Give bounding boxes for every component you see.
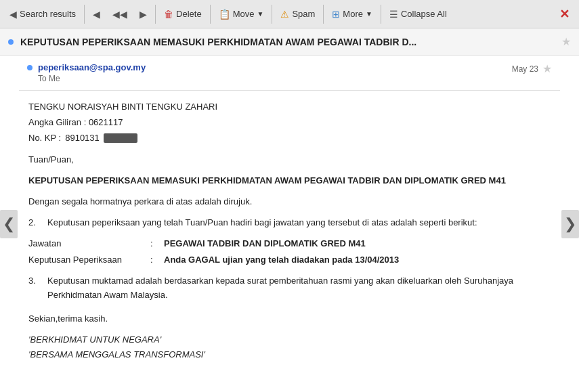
sender-email: peperiksaan@spa.gov.my (38, 62, 507, 72)
back-arrow-icon: ◀ (9, 9, 17, 20)
jawatan-label: Jawatan (28, 237, 150, 251)
intro-para: Dengan segala hormatnya perkara di atas … (28, 195, 551, 209)
back-label: Search results (20, 9, 76, 19)
separator-3 (210, 5, 211, 24)
separator-2 (155, 5, 156, 24)
first-icon: ◀◀ (112, 9, 127, 20)
to-line: To Me (38, 74, 507, 83)
angka-label: Angka Giliran : (28, 117, 86, 127)
close-icon: ✕ (559, 7, 570, 21)
keputusan-value: Anda GAGAL ujian yang telah diadakan pad… (164, 253, 399, 267)
collapse-icon: ☰ (389, 9, 398, 20)
sekian: Sekian,terima kasih. (28, 312, 551, 326)
sender-info: peperiksaan@spa.gov.my To Me (38, 62, 507, 83)
main-area: ❮ peperiksaan@spa.gov.my To Me May 23 ★ … (0, 56, 579, 392)
para-3-num: 3. (28, 274, 42, 303)
keputusan-row: Keputusan Peperiksaan : Anda GAGAL ujian… (28, 253, 551, 267)
spam-button[interactable]: ⚠ Spam (275, 6, 320, 22)
email-heading: KEPUTUSAN PEPERIKSAAN MEMASUKI PERKHIDMA… (28, 174, 551, 188)
delete-icon: 🗑 (164, 9, 173, 20)
separator-4 (272, 5, 272, 24)
prev-email-button[interactable]: ❮ (0, 210, 18, 238)
delete-label: Delete (176, 9, 202, 19)
unread-dot (8, 39, 14, 45)
jawatan-row: Jawatan : PEGAWAI TADBIR DAN DIPLOMATIK … (28, 237, 551, 251)
next-button[interactable]: ▶ (134, 6, 152, 22)
jawatan-value: PEGAWAI TADBIR DAN DIPLOMATIK GRED M41 (164, 237, 366, 251)
slogan-2: 'BERSAMA MENGGALAS TRANSFORMASI' (28, 348, 551, 362)
date-star: May 23 ★ (512, 62, 552, 75)
angka-value: 0621117 (89, 117, 123, 127)
more-dropdown-icon: ▼ (366, 10, 372, 18)
spam-icon: ⚠ (280, 9, 289, 20)
email-content: peperiksaan@spa.gov.my To Me May 23 ★ TE… (19, 56, 560, 392)
more-label: More (343, 9, 363, 19)
toolbar: ◀ Search results ◀ ◀◀ ▶ 🗑 Delete 📋 Move … (0, 0, 579, 28)
separator-5 (323, 5, 324, 24)
email-header: peperiksaan@spa.gov.my To Me May 23 ★ (19, 56, 560, 91)
collapse-all-label: Collapse All (401, 9, 447, 19)
back-button[interactable]: ◀ Search results (4, 6, 81, 22)
keputusan-label: Keputusan Peperiksaan (28, 253, 150, 267)
nokp-value: 8910131 (65, 131, 100, 146)
more-icon: ⊞ (332, 9, 340, 20)
move-dropdown-icon: ▼ (257, 10, 263, 18)
close-button[interactable]: ✕ (554, 4, 575, 24)
next-icon: ▶ (140, 9, 147, 20)
collapse-all-button[interactable]: ☰ Collapse All (384, 6, 452, 22)
jawatan-colon: : (150, 237, 164, 251)
no-kp: No. KP : 8910131 (28, 131, 551, 146)
tuan-puan: Tuan/Puan, (28, 153, 551, 167)
right-arrow-icon: ❯ (564, 215, 576, 232)
keputusan-colon: : (150, 253, 164, 267)
first-button[interactable]: ◀◀ (107, 6, 133, 22)
email-subject: KEPUTUSAN PEPERIKSAAN MEMASUKI PERKHIDMA… (20, 37, 561, 47)
next-email-button[interactable]: ❯ (561, 210, 579, 238)
sender-dot (27, 65, 33, 70)
para-3: 3. Keputusan muktamad adalah berdasarkan… (28, 274, 551, 303)
angka-giliran: Angka Giliran : 0621117 (28, 116, 551, 130)
email-date: May 23 (512, 64, 538, 74)
para-2: 2. Keputusan peperiksaan yang telah Tuan… (28, 216, 551, 230)
prev-icon: ◀ (93, 9, 100, 20)
slogan-1: 'BERKHIDMAT UNTUK NEGARA' (28, 333, 551, 347)
recipient-name: TENGKU NORAISYAH BINTI TENGKU ZAHARI (28, 100, 551, 114)
email-star-icon[interactable]: ★ (542, 62, 552, 75)
email-body: TENGKU NORAISYAH BINTI TENGKU ZAHARI Ang… (19, 91, 560, 372)
redacted-block (104, 133, 137, 143)
delete-button[interactable]: 🗑 Delete (158, 6, 207, 22)
decision-table: Jawatan : PEGAWAI TADBIR DAN DIPLOMATIK … (28, 237, 551, 268)
move-label: Move (233, 9, 255, 19)
separator-1 (84, 5, 85, 24)
move-button[interactable]: 📋 Move ▼ (213, 6, 270, 22)
spam-label: Spam (292, 9, 315, 19)
prev-first-button[interactable]: ◀ (87, 6, 106, 22)
para-2-text: Keputusan peperiksaan yang telah Tuan/Pu… (47, 216, 477, 230)
more-button[interactable]: ⊞ More ▼ (326, 6, 378, 22)
subject-star-icon[interactable]: ★ (561, 35, 571, 48)
separator-6 (381, 5, 381, 24)
nokp-label: No. KP : (28, 131, 61, 146)
para-3-text: Keputusan muktamad adalah berdasarkan ke… (47, 274, 551, 303)
para-2-num: 2. (28, 216, 42, 230)
left-arrow-icon: ❮ (3, 215, 15, 232)
email-subject-bar: KEPUTUSAN PEPERIKSAAN MEMASUKI PERKHIDMA… (0, 28, 579, 56)
move-icon: 📋 (219, 9, 230, 20)
